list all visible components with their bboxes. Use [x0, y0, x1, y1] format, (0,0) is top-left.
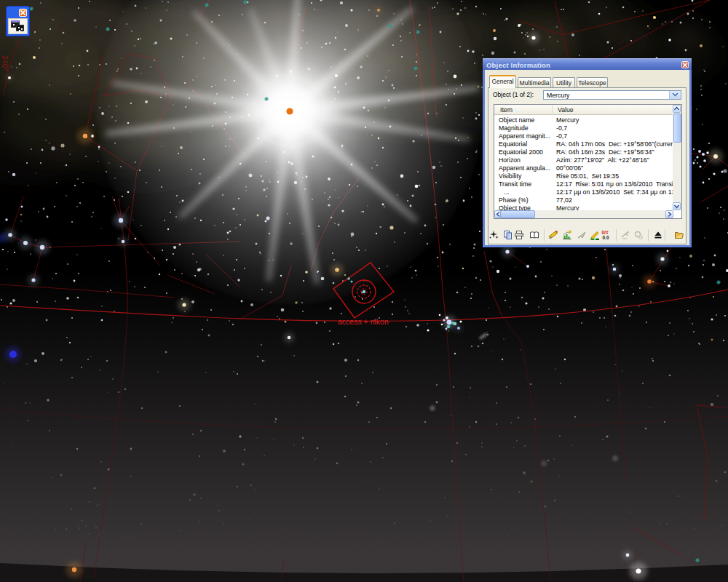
svg-text:0/#: 0/#: [602, 230, 609, 235]
svg-text:access + nikon: access + nikon: [338, 317, 389, 326]
svg-text:240°: 240°: [1, 55, 9, 71]
svg-text:0.0: 0.0: [603, 235, 609, 240]
